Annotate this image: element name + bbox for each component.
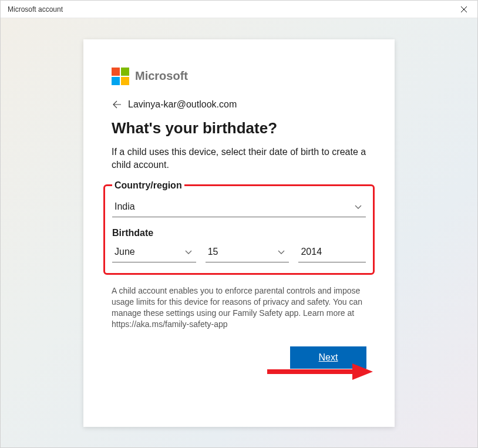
country-value: India — [115, 201, 135, 212]
year-value: 2014 — [301, 247, 322, 257]
brand-text: Microsoft — [135, 69, 188, 83]
window-title: Microsoft account — [8, 5, 63, 14]
chevron-down-icon — [277, 248, 285, 256]
disclaimer-text: A child account enables you to enforce p… — [112, 285, 366, 330]
client-area: Microsoft Lavinya-kar@outlook.com What's… — [1, 18, 477, 447]
window-close-button[interactable] — [450, 1, 477, 18]
brand-row: Microsoft — [112, 68, 366, 85]
chevron-down-icon — [354, 203, 362, 211]
chevron-down-icon — [184, 248, 193, 256]
arrow-left-icon — [112, 100, 122, 109]
country-select[interactable]: India — [112, 197, 366, 217]
next-button[interactable]: Next — [290, 346, 366, 369]
back-button[interactable] — [112, 99, 122, 110]
identity-email: Lavinya-kar@outlook.com — [128, 99, 237, 110]
page-title: What's your birthdate? — [112, 119, 366, 137]
country-label: Country/region — [112, 180, 184, 191]
signup-card: Microsoft Lavinya-kar@outlook.com What's… — [83, 39, 395, 427]
month-value: June — [115, 247, 135, 257]
birthdate-label: Birthdate — [112, 228, 366, 238]
actions-row: Next — [112, 346, 366, 369]
highlighted-fields: Country/region India Birthdate June 15 — [103, 184, 375, 275]
page-subtext: If a child uses this device, select thei… — [112, 146, 366, 172]
day-value: 15 — [208, 247, 218, 257]
identity-row: Lavinya-kar@outlook.com — [112, 99, 366, 110]
month-select[interactable]: June — [112, 242, 196, 262]
birthdate-row: June 15 2014 — [112, 242, 366, 262]
microsoft-logo-icon — [112, 68, 129, 85]
titlebar: Microsoft account — [1, 1, 477, 18]
day-select[interactable]: 15 — [206, 242, 290, 262]
year-select[interactable]: 2014 — [298, 242, 366, 262]
app-window: Microsoft account Microsoft Lavinya-kar@… — [0, 0, 478, 448]
close-icon — [461, 6, 467, 12]
